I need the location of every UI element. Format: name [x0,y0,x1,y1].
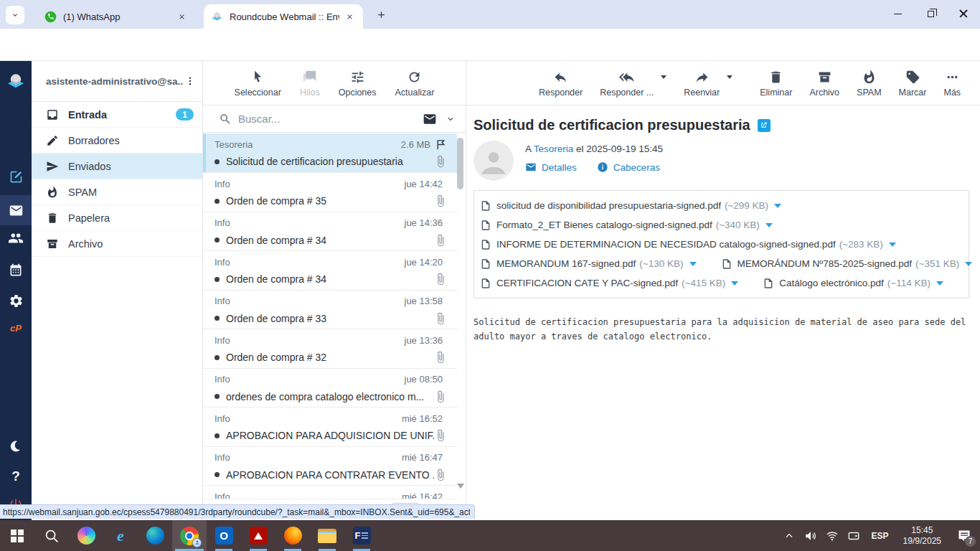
taskbar-search-button[interactable] [34,520,69,551]
attachment-item[interactable]: Formato_2_ET Bienes catalogo-signed-sign… [480,220,773,231]
message-list-item[interactable]: Info mié 16:42 [203,486,457,499]
search-options-chevron-icon[interactable] [446,114,456,124]
forward-label: Reenviar [684,88,720,98]
attachment-menu-icon[interactable] [689,262,697,266]
message-list-item[interactable]: Info jue 14:36 Orden de compra # 34 [203,212,457,252]
start-button[interactable] [0,520,34,551]
wifi-icon[interactable] [821,520,843,551]
threads-button[interactable]: Hilos [300,70,320,98]
clock[interactable]: 15:45 19/9/2025 [896,525,948,547]
taskbar-chrome-button[interactable] [172,520,207,551]
sidebar-item-inbox[interactable]: Entrada 1 [32,102,202,128]
message-list-item[interactable]: Info jue 13:36 Orden de compra # 32 [203,329,457,369]
scrollbar-thumb[interactable] [457,138,463,189]
archive-button[interactable]: Archivo [809,70,839,98]
sidebar-item-archive[interactable]: Archivo [32,231,202,257]
list-scrollbar[interactable] [457,133,463,499]
message-list-item[interactable]: Info mié 16:52 APROBACION PARA ADQUISICI… [203,408,457,447]
sidebar-item-spam[interactable]: SPAM [32,179,202,205]
tab-whatsapp[interactable]: (1) WhatsApp [37,4,195,29]
mark-button[interactable]: Marcar [899,70,927,98]
rail-calendar-button[interactable] [0,255,32,286]
attachment-menu-icon[interactable] [731,281,738,286]
reply-button[interactable]: Responder [539,70,583,98]
rail-settings-button[interactable] [0,286,32,316]
details-link[interactable]: Detalles [542,162,577,173]
taskbar-acrobat-button[interactable] [241,520,275,551]
attachment-size: (~130 KB) [639,258,683,269]
message-list-item[interactable]: Info jue 14:20 Orden de compra # 34 [203,251,457,291]
scrollbar-down-arrow[interactable] [457,484,464,489]
attachment-item[interactable]: Catálogo electrónico.pdf (~114 KB) [763,278,943,289]
taskbar-app-button[interactable]: F [344,520,379,551]
rail-mail-button[interactable] [0,195,32,225]
attachment-menu-icon[interactable] [889,242,896,247]
window-close-button[interactable] [947,0,980,27]
account-menu-icon[interactable] [184,75,197,88]
message-list-item[interactable]: Info mié 16:47 APROBACION PARA CONTRATAR… [203,447,457,486]
search-input[interactable]: Buscar... [238,113,423,125]
pdf-file-icon [480,200,491,212]
open-in-new-window-button[interactable] [758,119,771,132]
search-scope-mail-icon[interactable] [423,112,437,126]
sidebar-item-drafts[interactable]: Borradores [32,128,202,154]
sidebar-item-trash[interactable]: Papelera [32,205,202,231]
attachment-item[interactable]: CERTIFICACION CATE Y PAC-signed.pdf (~41… [480,278,738,289]
reply-all-button[interactable]: Responder ... [600,70,654,98]
rail-compose-button[interactable] [0,161,32,192]
taskbar-firefox-button[interactable] [275,520,310,551]
select-button[interactable]: Seleccionar [235,70,281,98]
rail-contacts-button[interactable] [0,223,32,253]
new-tab-button[interactable] [374,7,389,22]
attachment-item[interactable]: MEMORÁNDUM Nº785-2025-signed.pdf (~351 K… [721,258,973,270]
rail-darkmode-button[interactable] [0,431,32,461]
volume-icon[interactable] [800,520,821,551]
tab-close-icon[interactable] [176,11,188,23]
tab-roundcube-active[interactable]: Roundcube Webmail :: Enviados [204,4,363,29]
message-list-item-selected[interactable]: Tesoreria 2.6 MB Solicitud de certificac… [203,133,457,173]
forward-caret-icon[interactable] [727,75,732,79]
window-restore-button[interactable] [914,0,947,27]
attachment-item[interactable]: INFORME DE DETERMINACION DE NECESIDAD ca… [480,239,896,250]
attachment-menu-icon[interactable] [965,262,972,266]
message-subject: ordenes de compra catalogo electronico m… [226,391,434,402]
attachment-menu-icon[interactable] [765,223,773,227]
taskbar-copilot-button[interactable] [69,520,103,551]
refresh-button[interactable]: Actualizar [395,70,435,98]
taskbar-outlook-button[interactable]: O [207,520,241,551]
taskbar-edge-button[interactable] [138,520,172,551]
search-bar[interactable]: Buscar... [203,105,466,133]
tray-expand-chevron-icon[interactable] [778,520,800,551]
taskbar-ie-button[interactable]: e [103,520,138,551]
windows-taskbar: e O F ESP 15:45 19/9/2025 [0,520,980,551]
message-list-item[interactable]: Info jue 08:50 ordenes de compra catalog… [203,369,457,408]
message-list-item[interactable]: Info jue 14:42 Orden de compra # 35 [203,173,457,212]
more-button[interactable]: Más [943,70,961,98]
tab-close-icon[interactable] [344,11,356,23]
delete-button[interactable]: Eliminar [760,70,792,98]
language-indicator[interactable]: ESP [864,531,896,541]
sidebar-item-sent[interactable]: Enviados [32,154,202,179]
recipient-link[interactable]: Tesoreria [534,143,574,154]
tab-search-button[interactable] [6,6,24,24]
taskbar-explorer-button[interactable] [310,520,344,551]
attachment-menu-icon[interactable] [774,204,781,208]
spam-button[interactable]: SPAM [857,70,882,98]
attachment-item[interactable]: MEMORANDUM 167-signed.pdf (~130 KB) [480,258,697,270]
options-button[interactable]: Opciones [339,70,377,98]
display-cast-icon[interactable] [843,520,864,551]
unread-dot [215,237,220,242]
rail-cpanel-button[interactable]: cP [0,313,32,343]
list-toolbar: Seleccionar Hilos Opciones Actualizar [203,61,466,105]
webmail-app: cP ? asistente-administrativo@sa... Entr… [0,61,980,520]
message-list-item[interactable]: Info jue 13:58 Orden de compra # 33 [203,291,457,330]
attachment-menu-icon[interactable] [936,281,943,286]
flag-icon[interactable] [435,138,447,151]
rail-help-button[interactable]: ? [0,461,32,491]
notification-center-button[interactable]: 7 [948,520,980,551]
headers-link[interactable]: Cabeceras [613,162,660,173]
reply-all-caret-icon[interactable] [661,75,666,79]
attachment-item[interactable]: solicitud de disponibilidad presupuestar… [480,200,781,212]
forward-button[interactable]: Reenviar [684,70,720,98]
window-minimize-button[interactable] [881,0,914,27]
